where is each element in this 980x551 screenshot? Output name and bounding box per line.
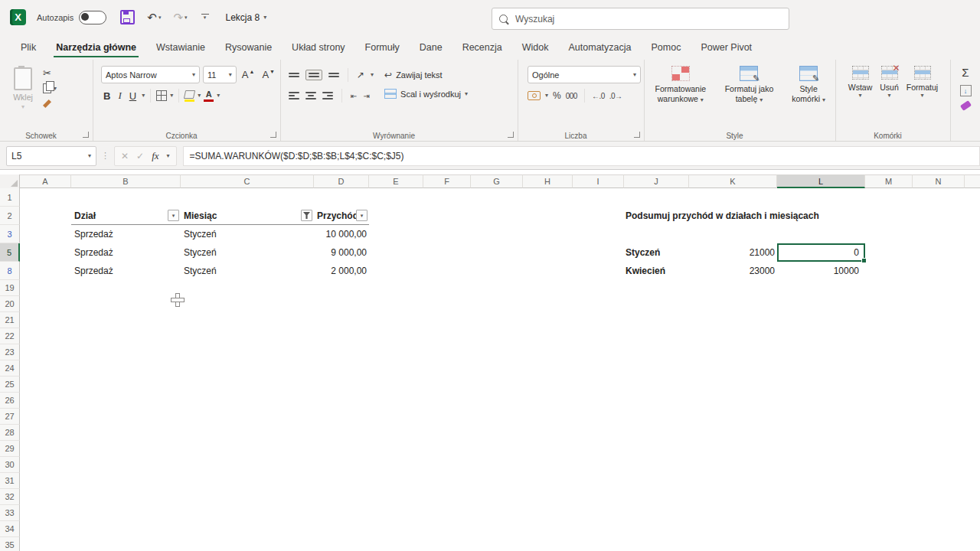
select-all-corner[interactable] (0, 174, 20, 188)
tab-power-pivot[interactable]: Power Pivot (691, 37, 762, 60)
align-right-icon[interactable] (322, 92, 333, 99)
search-input[interactable] (514, 13, 746, 25)
document-title[interactable]: Lekcja 8 ▾ (226, 12, 267, 23)
namebox-splitter-icon[interactable]: ⋮ (101, 151, 109, 161)
tab-układ-strony[interactable]: Układ strony (282, 37, 354, 60)
autosave-toggle[interactable] (79, 11, 106, 24)
row-header-30[interactable]: 30 (0, 457, 20, 473)
cell-K5[interactable]: 21000 (689, 243, 775, 262)
merge-center-button[interactable]: Scal i wyśrodkuj ▾ (384, 89, 468, 99)
dialog-launcher-icon[interactable] (508, 132, 514, 138)
cell-J2[interactable]: Podsumuj przychód w działach i miesiącac… (626, 207, 886, 225)
align-center-icon[interactable] (305, 92, 316, 99)
excel-logo-icon[interactable]: X (10, 9, 26, 25)
column-header-E[interactable]: E (369, 174, 423, 188)
chevron-down-icon[interactable]: ▾ (371, 72, 374, 78)
customize-toolbar-icon[interactable]: ▾ (201, 14, 209, 21)
row-header-19[interactable]: 19 (0, 280, 20, 296)
tab-formuły[interactable]: Formuły (355, 37, 410, 60)
undo-caret-icon[interactable]: ▾ (158, 15, 162, 21)
row-header-20[interactable]: 20 (0, 296, 20, 312)
name-box[interactable]: L5 ▾ (6, 146, 96, 166)
align-top-icon[interactable] (289, 73, 299, 77)
wrap-text-button[interactable]: ↩ Zawijaj tekst (384, 70, 468, 80)
underline-button[interactable]: U (127, 90, 139, 102)
filter-active-icon-C[interactable] (301, 210, 312, 221)
paste-button[interactable]: Wklej ▾ (3, 67, 43, 129)
dialog-launcher-icon[interactable] (634, 132, 640, 138)
cell-J8[interactable]: Kwiecień (626, 262, 691, 280)
insert-function-icon[interactable]: fx (152, 150, 158, 162)
dialog-launcher-icon[interactable] (83, 132, 89, 138)
chevron-down-icon[interactable]: ▾ (545, 93, 548, 99)
increase-indent-icon[interactable]: ⇥ (363, 92, 369, 100)
orientation-icon[interactable]: ↗ (357, 70, 364, 80)
fill-color-button[interactable] (185, 90, 194, 102)
cell-B5[interactable]: Sprzedaż (74, 243, 181, 262)
column-header-A[interactable]: A (20, 174, 71, 188)
row-header-8[interactable]: 8 (0, 262, 20, 280)
row-header-31[interactable]: 31 (0, 473, 20, 489)
chevron-down-icon[interactable]: ▾ (217, 93, 220, 99)
format-as-table-button[interactable]: ✎ Formatuj jako tabelę ▾ (718, 66, 781, 129)
tab-narzędzia-główne[interactable]: Narzędzia główne (46, 37, 146, 60)
row-header-3[interactable]: 3 (0, 225, 20, 243)
formula-input[interactable]: =SUMA.WARUNKÓW($D:$D;$B:$B;L$4;$C:$C;$J5… (183, 146, 980, 166)
tab-plik[interactable]: Plik (11, 37, 46, 60)
row-header-1[interactable]: 1 (0, 188, 20, 207)
tab-wstawianie[interactable]: Wstawianie (146, 37, 215, 60)
font-size-select[interactable]: 11 ▾ (203, 66, 237, 83)
delete-cells-button[interactable]: ✕ Usuń ▾ (880, 66, 899, 129)
cell-C2[interactable]: Miesiąc (184, 207, 300, 225)
enter-formula-icon[interactable]: ✓ (136, 151, 144, 161)
font-name-select[interactable]: Aptos Narrow ▾ (101, 66, 200, 83)
align-bottom-icon[interactable] (328, 73, 339, 77)
undo-button[interactable]: ↶ (147, 11, 157, 23)
row-header-32[interactable]: 32 (0, 489, 20, 505)
insert-cells-button[interactable]: Wstaw ▾ (848, 66, 873, 129)
cell-C8[interactable]: Styczeń (184, 262, 314, 280)
dialog-launcher-icon[interactable] (270, 132, 276, 138)
column-header-L[interactable]: L (777, 174, 865, 188)
comma-style-button[interactable]: 000 (566, 92, 577, 100)
increase-decimal-button[interactable]: ←.0 (592, 92, 605, 100)
filter-button-B[interactable]: ▾ (168, 210, 179, 221)
cell-B8[interactable]: Sprzedaż (74, 262, 181, 280)
save-button[interactable] (120, 10, 135, 24)
tab-pomoc[interactable]: Pomoc (641, 37, 691, 60)
row-header-23[interactable]: 23 (0, 344, 20, 360)
chevron-down-icon[interactable]: ▾ (198, 93, 201, 99)
redo-button[interactable]: ↷ (173, 11, 183, 23)
row-header-26[interactable]: 26 (0, 393, 20, 409)
number-format-select[interactable]: Ogólne ▾ (528, 66, 641, 83)
column-header-H[interactable]: H (523, 174, 573, 188)
grow-font-button[interactable]: A▲ (240, 69, 257, 80)
row-header-2[interactable]: 2 (0, 207, 20, 225)
bold-button[interactable]: B (101, 90, 113, 102)
column-header-M[interactable]: M (865, 174, 913, 188)
column-header-K[interactable]: K (689, 174, 777, 188)
row-header-24[interactable]: 24 (0, 360, 20, 377)
row-header-35[interactable]: 35 (0, 537, 20, 551)
percent-style-button[interactable]: % (553, 90, 561, 101)
copy-button[interactable]: ▾ (43, 83, 57, 94)
column-header-J[interactable]: J (624, 174, 689, 188)
decrease-decimal-button[interactable]: .0→ (609, 92, 622, 100)
align-left-icon[interactable] (289, 92, 299, 99)
conditional-formatting-button[interactable]: Formatowanie warunkowe ▾ (648, 66, 714, 129)
cell-K8[interactable]: 23000 (689, 262, 775, 280)
tab-automatyzacja[interactable]: Automatyzacja (559, 37, 642, 60)
filter-button-D[interactable]: ▾ (356, 210, 368, 221)
row-header-5[interactable]: 5 (0, 243, 20, 262)
search-box[interactable] (492, 8, 789, 30)
redo-caret-icon[interactable]: ▾ (185, 15, 188, 21)
cell-C5[interactable]: Styczeń (184, 243, 314, 262)
cell-B2[interactable]: Dział (74, 207, 167, 225)
cell-D3[interactable]: 10 000,00 (314, 225, 367, 243)
column-header-D[interactable]: D (314, 174, 369, 188)
accounting-format-icon[interactable] (528, 91, 541, 100)
format-cells-button[interactable]: Formatuj ▾ (906, 66, 938, 129)
tab-widok[interactable]: Widok (512, 37, 559, 60)
row-header-21[interactable]: 21 (0, 312, 20, 328)
cell-B3[interactable]: Sprzedaż (74, 225, 181, 243)
